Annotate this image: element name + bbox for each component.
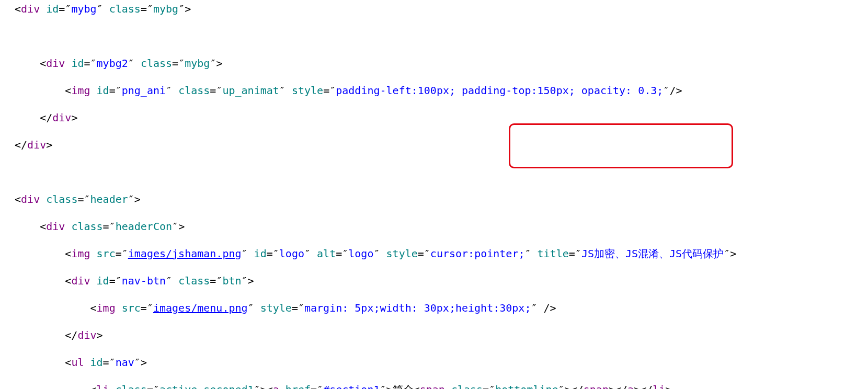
source-code-view: <div id=″mybg″ class=″mybg″> <div id=″my… <box>0 0 868 389</box>
